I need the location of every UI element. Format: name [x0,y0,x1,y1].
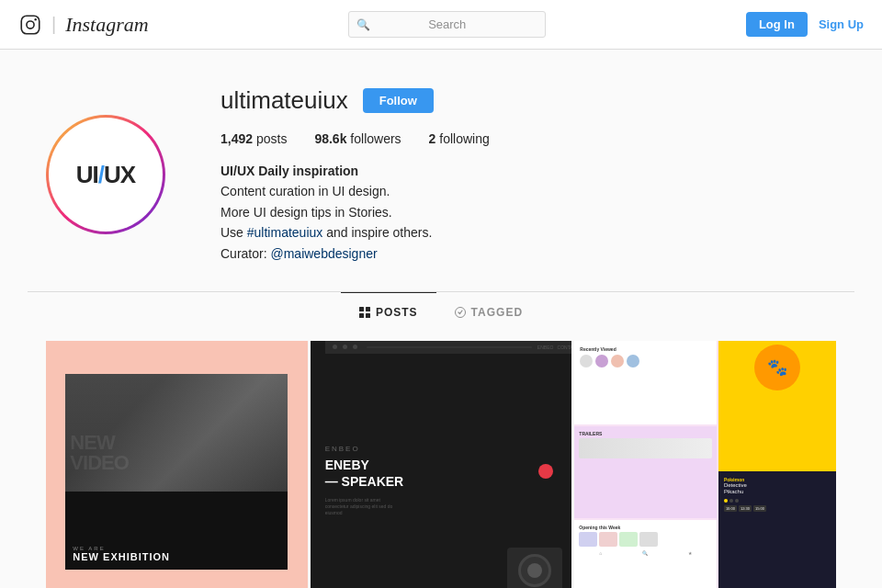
posts-count: 1,492 [220,131,253,146]
time-slots: 10:00 12:30 15:00 [724,505,831,512]
tabs-section: POSTS TAGGED [28,291,854,332]
post-2[interactable]: ENBEO CONTACT ENBEO ENEBY— SPEAKER Lorem… [311,341,572,588]
signup-button[interactable]: Sign Up [819,17,864,31]
dot-i1 [729,499,733,503]
av4 [627,355,639,368]
post-3-left: Recently Viewed TRAILERS Opening this We… [574,341,717,588]
bio-hashtag-link[interactable]: #ultimateuiux [247,225,323,240]
post-2-bar: ENBEO CONTACT [325,341,572,354]
avatar-text: UI/UX [76,161,135,189]
header-actions: Log In Sign Up [746,12,864,37]
svg-rect-3 [359,307,364,311]
dot-active [724,499,728,503]
svg-rect-4 [366,307,370,311]
bio-line3: Use #ultimateuiux and inspire others. [220,222,836,243]
ot2 [599,532,617,547]
bio-line1: Content curation in UI design. [220,181,836,201]
svg-rect-6 [366,313,370,318]
slot1: 10:00 [724,505,737,512]
post-1-texts: WE ARE NEW EXHIBITION [65,538,288,570]
dot-3 [353,345,357,349]
ot3 [619,532,638,547]
nav-home: ⌂ [599,550,602,556]
speaker-inner [527,563,542,578]
post-2-label: ENBEO [325,445,404,453]
profile-bio: UI/UX Daily inspiration Content curation… [220,161,836,264]
svg-rect-5 [359,313,364,318]
post-2-title: ENEBY— SPEAKER [325,457,404,490]
slot3: 15:00 [753,505,766,512]
bio-title: UI/UX Daily inspiration [220,164,358,178]
post-2-speaker [507,548,562,588]
profile-username: ultimateuiux [220,86,348,115]
grid-icon [359,307,370,318]
post-3-bot-card: Opening this Week ⌂ 🔍 ★ [574,520,717,588]
post-2-red-dot [538,464,553,479]
post-1-title: NEW EXHIBITION [73,551,280,562]
post-3-right: 🐾 Pokémon DetectivePikachu 10:00 12:30 1… [718,341,836,588]
post-2-content: ENBEO CONTACT ENBEO ENEBY— SPEAKER Lorem… [311,341,572,588]
tab-posts[interactable]: POSTS [341,292,436,332]
bio-curator-prefix: Curator: [220,246,270,261]
pokemon-dots [724,499,831,503]
profile-section: UI/UX ultimateuiux Follow 1,492 posts 98… [28,50,854,291]
post-3-mid-card: TRAILERS [574,426,717,518]
dot-2 [343,345,347,349]
bio-curator: Curator: @maiwebdesigner [220,243,836,264]
followers-label: followers [350,131,401,146]
following-label: following [439,131,489,146]
instagram-icon [18,13,42,37]
tab-posts-label: POSTS [376,306,418,319]
svg-point-1 [27,20,34,28]
recently-viewed-row [580,355,711,368]
post-2-description: Lorem ipsum dolor sit amet consectetur a… [325,497,399,516]
login-button[interactable]: Log In [746,12,808,37]
search-icon: 🔍 [356,18,370,31]
tag-icon [455,307,466,318]
tabs-row: POSTS TAGGED [28,292,854,332]
svg-rect-0 [21,16,40,34]
pokemon-icon: 🐾 [767,357,787,378]
opening-row [579,532,712,547]
trailers-title: TRAILERS [579,431,712,436]
tab-tagged[interactable]: TAGGED [436,292,541,332]
dot-i2 [735,499,739,503]
slot2: 12:30 [739,505,752,512]
stat-following: 2 following [429,131,490,146]
nav-icons-row: ⌂ 🔍 ★ [579,550,712,556]
avatar: UI/UX [46,115,165,234]
trailer-thumb [579,438,712,458]
nav-search: 🔍 [642,550,648,556]
speaker-circle [518,554,551,587]
nav-bar [367,346,532,348]
post-3-top-card: Recently Viewed [574,341,717,425]
speaker-label: ENBEO ENEBY— SPEAKER Lorem ipsum dolor s… [325,445,404,516]
header-divider: | [51,14,56,35]
follow-button[interactable]: Follow [363,88,434,113]
post-1[interactable]: NEWVIDEO WE ARE NEW EXHIBITION [46,341,308,588]
search-input[interactable] [348,11,546,38]
followers-count: 98.6k [314,131,346,146]
post-3[interactable]: Recently Viewed TRAILERS Opening this We… [574,341,836,588]
recently-viewed-title: Recently Viewed [580,346,711,352]
bio-curator-link[interactable]: @maiwebdesigner [270,246,377,261]
pokemon-img: 🐾 [754,345,800,390]
ot1 [579,532,597,547]
av1 [580,355,593,368]
pokemon-title: DetectivePikachu [724,482,831,495]
stat-followers: 98.6k followers [314,131,401,146]
header: | Instagram 🔍 Log In Sign Up [0,0,882,50]
dot-1 [333,345,337,349]
av2 [595,355,608,368]
bio-line2: More UI design tips in Stories. [220,202,836,222]
posts-label: posts [256,131,287,146]
pokemon-info: Pokémon DetectivePikachu 10:00 12:30 15:… [718,471,836,588]
header-search: 🔍 [348,11,546,38]
post-1-inner: NEWVIDEO WE ARE NEW EXHIBITION [65,374,288,570]
posts-grid: NEWVIDEO WE ARE NEW EXHIBITION ENBEO CON… [28,341,854,588]
opening-title: Opening this Week [579,525,712,530]
stat-posts: 1,492 posts [220,131,287,146]
profile-info: ultimateuiux Follow 1,492 posts 98.6k fo… [220,86,836,264]
ot4 [639,532,658,547]
tab-tagged-label: TAGGED [471,306,523,319]
